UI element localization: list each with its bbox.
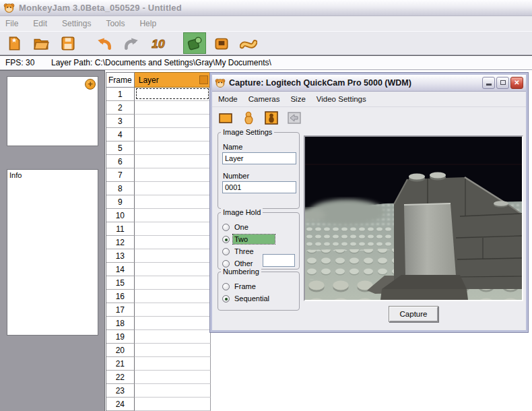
frame-number-cell[interactable]: 17 [106,303,135,317]
layer-cell[interactable] [135,155,211,168]
frame-number-cell[interactable]: 11 [106,222,135,236]
menu-edit[interactable]: Edit [33,19,47,28]
layer-cell[interactable] [135,222,211,236]
capture-button[interactable]: Capture [389,306,438,322]
frame-number-cell[interactable]: 9 [106,195,135,209]
export-film-button[interactable] [237,32,260,54]
layer-cell[interactable] [135,303,211,317]
layer-cell[interactable] [135,276,211,290]
frame-number-cell[interactable]: 22 [106,371,135,384]
frame-number-cell[interactable]: 21 [106,357,135,371]
radio-icon [222,224,230,231]
add-layer-button[interactable]: + [85,79,96,90]
menu-video-settings[interactable]: Video Settings [317,95,366,103]
capture-dialog-title: Capture: Logitech QuickCam Pro 5000 (WDM… [229,78,411,88]
layer-cell[interactable] [135,263,211,276]
frame-number-cell[interactable]: 1 [106,88,135,101]
menu-cameras[interactable]: Cameras [248,95,280,103]
layer-cell[interactable] [135,195,211,209]
frame-number-cell[interactable]: 8 [106,182,135,195]
other-hold-input[interactable] [263,254,295,267]
frame-number-cell[interactable]: 3 [106,115,135,128]
menu-mode[interactable]: Mode [218,95,238,103]
layer-cell[interactable] [135,101,211,115]
xsheet-row: 19 [106,330,211,344]
layer-cell[interactable] [135,236,211,249]
redo-button[interactable] [120,32,143,54]
layer-column-header[interactable]: Layer [135,72,211,88]
save-button[interactable] [57,32,79,54]
layer-cell[interactable] [135,330,211,344]
layer-cell[interactable] [135,128,211,141]
frame-number-cell[interactable]: 20 [106,344,135,357]
menu-tools[interactable]: Tools [106,19,125,28]
frame-number-cell[interactable]: 15 [106,276,135,290]
xsheet-row: 6 [106,155,211,168]
number-input[interactable] [222,181,296,193]
layer-cell[interactable] [135,344,211,357]
layer-cell[interactable] [135,141,211,155]
frame-number-cell[interactable]: 7 [106,168,135,182]
radio-hold-one[interactable]: One [222,221,299,233]
menu-size[interactable]: Size [290,95,305,103]
layer-header-button[interactable] [199,75,208,84]
capture-dialog-titlebar[interactable]: Capture: Logitech QuickCam Pro 5000 (WDM… [212,75,526,92]
monkey-frame-button[interactable] [262,109,280,127]
export-avi-button[interactable] [210,32,233,54]
capture-button-toolbar[interactable] [183,32,206,54]
frame-number-cell[interactable]: 16 [106,290,135,303]
frame-number-cell[interactable]: 2 [106,101,135,115]
radio-numbering-sequential[interactable]: Sequential [222,292,299,305]
name-input[interactable] [222,152,296,164]
new-button[interactable]: ★ [3,32,26,54]
xsheet-row: 12 [106,236,211,249]
layer-cell[interactable] [135,371,211,384]
layer-cell[interactable] [135,115,211,128]
frame-number-cell[interactable]: 19 [106,330,135,344]
onion-skin-button[interactable] [239,109,257,127]
menu-settings[interactable]: Settings [62,19,91,28]
frame-number-cell[interactable]: 14 [106,263,135,276]
rectangle-tool-button[interactable] [216,109,234,127]
open-button[interactable] [30,32,53,54]
radio-icon [222,283,230,290]
frame-number-cell[interactable]: 13 [106,249,135,263]
frame-number-cell[interactable]: 23 [106,384,135,398]
layer-panel: + Info [0,70,105,411]
undo-button[interactable] [93,32,116,54]
menu-file[interactable]: File [5,19,18,28]
frame-number-cell[interactable]: 5 [106,141,135,155]
xsheet-row: 21 [106,357,211,371]
layer-path-value: Layer Path: C:\Documents and Settings\Gr… [51,58,271,67]
save-icon [59,34,77,52]
frame-number-cell[interactable]: 12 [106,236,135,249]
minimize-button[interactable] [482,77,495,89]
frame-number-cell[interactable]: 18 [106,317,135,330]
layer-cell[interactable] [135,357,211,371]
layer-cell[interactable] [135,168,211,182]
layer-cell[interactable] [135,249,211,263]
layer-cell[interactable] [135,182,211,195]
close-button[interactable]: ✕ [510,77,523,89]
capture-dialog-toolbar [212,106,526,128]
layer-cell[interactable] [135,317,211,330]
frame-number-cell[interactable]: 6 [106,155,135,168]
layer-cell[interactable] [135,384,211,398]
layer-cell[interactable] [135,398,211,411]
export-box-icon [213,34,230,52]
layer-cell-selected[interactable] [135,88,211,101]
layer-preview-box[interactable]: + [7,76,98,146]
frame-number-cell[interactable]: 4 [106,128,135,141]
minimize-icon [486,84,492,86]
frame-number-cell[interactable]: 10 [106,209,135,222]
menu-help[interactable]: Help [139,19,156,28]
frame-rate-button[interactable]: 10 [147,32,170,54]
radio-hold-two[interactable]: Two [222,233,299,245]
maximize-button[interactable] [496,77,509,89]
layer-column-title: Layer [139,75,159,85]
layer-cell[interactable] [135,209,211,222]
radio-numbering-frame[interactable]: Frame [222,280,299,292]
layer-cell[interactable] [135,290,211,303]
xsheet-row: 5 [106,141,211,155]
frame-number-cell[interactable]: 24 [106,398,135,411]
